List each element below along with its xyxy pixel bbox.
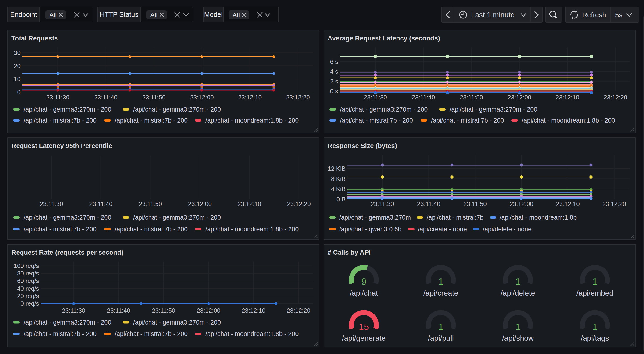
svg-text:Endpoint: Endpoint [10,11,37,18]
svg-text:23:11:50: 23:11:50 [463,200,486,207]
svg-text:4 s: 4 s [330,68,338,75]
svg-text:23:12:10: 23:12:10 [242,307,265,314]
svg-text:12 KiB: 12 KiB [328,165,346,172]
svg-text:23:12:20: 23:12:20 [604,94,627,101]
svg-text:40 req/s: 40 req/s [17,285,39,292]
svg-text:6 s: 6 s [330,58,338,65]
svg-text:Request Latency 95th Percentil: Request Latency 95th Percentile [12,142,112,149]
svg-text:23:12:00: 23:12:00 [510,200,533,207]
svg-text:23:11:50: 23:11:50 [460,94,483,101]
svg-text:/api/chat: /api/chat [350,289,378,297]
svg-text:23:12:00: 23:12:00 [188,200,212,207]
svg-text:Last 1 minute: Last 1 minute [471,11,514,19]
svg-text:/api/pull: /api/pull [428,334,454,342]
svg-text:/api/chat - mistral:7b - 200: /api/chat - mistral:7b - 200 [24,117,96,124]
svg-text:23:12:00: 23:12:00 [508,94,531,101]
svg-text:100 req/s: 100 req/s [14,262,39,269]
svg-text:/api/chat - gemma3:270m - 200: /api/chat - gemma3:270m - 200 [133,319,221,326]
svg-text:1: 1 [516,277,520,287]
svg-text:23:11:30: 23:11:30 [62,307,85,314]
svg-text:/api/chat - moondream:1.8b - 2: /api/chat - moondream:1.8b - 200 [206,117,299,124]
svg-text:23:11:50: 23:11:50 [152,307,175,314]
svg-text:23:12:00: 23:12:00 [190,94,214,101]
svg-text:23:11:40: 23:11:40 [412,94,435,101]
svg-text:/api/chat - mistral:7b - 200: /api/chat - mistral:7b - 200 [115,226,188,233]
svg-text:1: 1 [516,322,520,332]
svg-text:/api/chat - moondream:1.8b - 2: /api/chat - moondream:1.8b - 200 [206,330,299,337]
svg-text:23:11:30: 23:11:30 [370,200,394,207]
svg-text:2 s: 2 s [330,78,338,85]
svg-text:# Calls by API: # Calls by API [328,249,370,256]
svg-text:23:12:20: 23:12:20 [286,94,310,101]
svg-text:23:12:10: 23:12:10 [238,94,262,101]
svg-text:60 req/s: 60 req/s [17,277,39,284]
svg-text:Refresh: Refresh [582,11,606,19]
svg-text:5s: 5s [615,11,622,19]
svg-text:8 KiB: 8 KiB [331,175,346,182]
svg-text:/api/chat - gemma3:270m - 200: /api/chat - gemma3:270m - 200 [340,106,428,113]
svg-text:/api/show: /api/show [502,334,534,342]
svg-text:/api/chat - qwen3:0.6b: /api/chat - qwen3:0.6b [339,226,402,233]
svg-text:/api/chat - mistral:7b - 200: /api/chat - mistral:7b - 200 [24,330,96,337]
svg-text:4 KiB: 4 KiB [331,185,346,192]
svg-text:All: All [150,12,158,19]
svg-text:23:12:20: 23:12:20 [602,200,626,207]
svg-text:Model: Model [204,11,223,18]
svg-text:/api/delete: /api/delete [500,289,535,297]
svg-text:0: 0 [17,89,20,96]
svg-text:23:11:50: 23:11:50 [142,94,166,101]
svg-text:1: 1 [438,277,443,287]
svg-text:/api/delete - none: /api/delete - none [483,226,532,233]
svg-text:/api/chat - moondream:1.8b - 2: /api/chat - moondream:1.8b - 200 [522,117,615,124]
svg-text:HTTP Status: HTTP Status [100,11,138,18]
svg-text:/api/chat - gemma3:270m - 200: /api/chat - gemma3:270m - 200 [133,106,221,113]
svg-text:/api/chat - gemma3:270m - 200: /api/chat - gemma3:270m - 200 [24,106,111,113]
svg-text:30: 30 [14,49,20,56]
svg-text:/api/chat - moondream:1.8b - 2: /api/chat - moondream:1.8b - 200 [206,226,299,233]
svg-text:All: All [232,12,240,19]
svg-text:23:11:30: 23:11:30 [364,94,387,101]
svg-text:23:11:40: 23:11:40 [94,94,117,101]
svg-text:/api/chat - gemma3:270m - 200: /api/chat - gemma3:270m - 200 [133,214,221,221]
svg-text:/api/create - none: /api/create - none [418,226,467,233]
svg-text:/api/chat - mistral:7b - 200: /api/chat - mistral:7b - 200 [431,117,504,124]
svg-text:/api/tags: /api/tags [581,334,609,342]
svg-text:/api/chat - moondream:1.8b: /api/chat - moondream:1.8b [500,214,577,221]
svg-text:23:12:00: 23:12:00 [197,307,220,314]
svg-text:10: 10 [14,76,20,83]
svg-text:23:11:30: 23:11:30 [46,94,70,101]
svg-text:Total Requests: Total Requests [12,35,58,42]
svg-text:9: 9 [361,277,366,287]
svg-text:23:11:30: 23:11:30 [40,200,63,207]
svg-text:23:11:40: 23:11:40 [107,307,130,314]
svg-text:0 B: 0 B [336,196,346,203]
svg-text:/api/chat - gemma3:270m: /api/chat - gemma3:270m [339,214,411,221]
svg-text:Request Rate (requests per sec: Request Rate (requests per second) [12,249,124,256]
svg-text:/api/chat - mistral:7b: /api/chat - mistral:7b [427,214,484,221]
svg-text:/api/chat - mistral:7b - 200: /api/chat - mistral:7b - 200 [24,226,96,233]
svg-text:0 req/s: 0 req/s [20,300,39,307]
svg-text:80 req/s: 80 req/s [17,270,39,277]
svg-text:Average Request Latency (secon: Average Request Latency (seconds) [328,35,440,42]
svg-text:15: 15 [359,322,369,332]
svg-text:23:12:20: 23:12:20 [287,307,310,314]
svg-text:/api/chat - gemma3:270m - 200: /api/chat - gemma3:270m - 200 [24,319,111,326]
svg-text:23:11:50: 23:11:50 [139,200,162,207]
svg-text:23:12:20: 23:12:20 [287,200,310,207]
svg-text:23:11:40: 23:11:40 [89,200,112,207]
svg-text:/api/embed: /api/embed [576,289,614,297]
svg-text:1: 1 [592,322,597,332]
svg-text:1: 1 [438,322,443,332]
svg-text:20 req/s: 20 req/s [17,292,39,299]
svg-text:/api/create: /api/create [424,289,458,297]
svg-text:/api/chat - mistral:7b - 200: /api/chat - mistral:7b - 200 [115,117,188,124]
svg-text:/api/chat - gemma3:270m - 200: /api/chat - gemma3:270m - 200 [24,214,111,221]
svg-text:All: All [49,12,56,19]
svg-text:23:11:40: 23:11:40 [417,200,440,207]
svg-text:1: 1 [592,277,597,287]
svg-text:/api/chat - mistral:7b - 200: /api/chat - mistral:7b - 200 [115,330,188,337]
svg-text:20: 20 [14,63,20,70]
svg-text:/api/chat - gemma3:270m - 200: /api/chat - gemma3:270m - 200 [450,106,537,113]
svg-text:23:12:10: 23:12:10 [556,200,580,207]
svg-text:23:12:10: 23:12:10 [238,200,261,207]
